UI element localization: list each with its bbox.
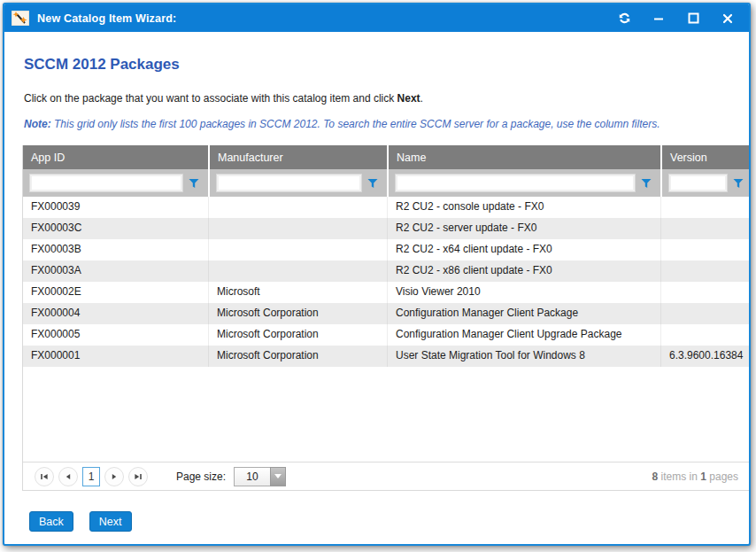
cell-manufacturer: Microsoft	[208, 282, 387, 303]
note-text: Note: This grid only lists the first 100…	[24, 118, 749, 130]
column-header-version[interactable]: Version	[660, 145, 751, 169]
cell-version	[660, 282, 751, 303]
cell-manufacturer	[208, 260, 387, 282]
window-controls	[617, 12, 735, 26]
table-row[interactable]: FX00002E Microsoft Visio Viewer 2010	[23, 282, 751, 303]
filter-funnel-icon-manufacturer[interactable]	[362, 178, 383, 189]
cell-version	[660, 197, 751, 218]
instruction-text: Click on the package that you want to as…	[24, 92, 749, 105]
cell-manufacturer: Microsoft Corporation	[208, 346, 387, 367]
grid-empty-area	[23, 367, 751, 462]
filter-cell-app-id	[23, 169, 208, 197]
grid-header-row: App ID Manufacturer Name Version	[23, 145, 751, 169]
cell-manufacturer: Microsoft Corporation	[208, 303, 387, 324]
cell-app-id: FX000001	[23, 346, 208, 367]
table-row[interactable]: FX00003B R2 CU2 - x64 client update - FX…	[23, 239, 751, 260]
table-row[interactable]: FX000005 Microsoft Corporation Configura…	[23, 324, 751, 346]
close-icon[interactable]	[721, 12, 735, 26]
packages-grid: App ID Manufacturer Name Version	[22, 145, 751, 491]
filter-input-app-id[interactable]	[29, 174, 183, 192]
table-row[interactable]: FX00003C R2 CU2 - server update - FX0	[23, 218, 751, 239]
wizard-body: SCCM 2012 Packages Click on the package …	[4, 32, 749, 544]
note-body: This grid only lists the first 100 packa…	[51, 118, 660, 130]
filter-cell-name	[387, 169, 660, 197]
next-button[interactable]: Next	[89, 511, 132, 532]
pager-first-button[interactable]	[35, 467, 54, 486]
cell-manufacturer	[208, 197, 387, 218]
cell-manufacturer	[208, 218, 387, 239]
table-row[interactable]: FX00003A R2 CU2 - x86 client update - FX…	[23, 260, 751, 282]
filter-funnel-icon-name[interactable]	[636, 178, 657, 189]
minimize-icon[interactable]	[652, 12, 666, 26]
cell-name: Configuration Manager Client Package	[387, 303, 660, 324]
wizard-app-icon	[12, 11, 29, 26]
filter-input-name[interactable]	[395, 174, 636, 192]
cell-app-id: FX00003B	[23, 239, 208, 260]
cell-name: Visio Viewer 2010	[387, 282, 660, 303]
window-title: New Catalog Item Wizard:	[37, 12, 609, 25]
table-row[interactable]: FX000004 Microsoft Corporation Configura…	[23, 303, 751, 324]
instruction-next-word: Next	[397, 92, 420, 105]
column-header-app-id[interactable]: App ID	[23, 145, 208, 169]
page-title: SCCM 2012 Packages	[24, 32, 749, 74]
cell-app-id: FX00003A	[23, 260, 208, 282]
pager-next-button[interactable]	[104, 467, 124, 486]
cell-name: R2 CU2 - console update - FX0	[387, 197, 660, 218]
instruction-suffix: .	[420, 92, 423, 105]
pager-current-page[interactable]: 1	[82, 467, 100, 486]
items-summary-mid: items in	[658, 470, 700, 483]
cell-version	[660, 303, 751, 324]
pager-prev-button[interactable]	[58, 467, 78, 486]
page-size-dropdown[interactable]: 10	[234, 467, 286, 486]
maximize-icon[interactable]	[686, 12, 700, 26]
cell-name: Configuration Manager Client Upgrade Pac…	[387, 324, 660, 346]
items-summary: 8 items in 1 pages	[652, 470, 738, 483]
cell-name: R2 CU2 - x86 client update - FX0	[387, 260, 660, 282]
cell-manufacturer: Microsoft Corporation	[208, 324, 387, 346]
cell-version	[660, 324, 751, 346]
cell-name: R2 CU2 - server update - FX0	[387, 218, 660, 239]
screen: New Catalog Item Wizard:	[0, 0, 756, 552]
cell-app-id: FX000039	[23, 197, 208, 218]
titlebar: New Catalog Item Wizard:	[4, 4, 749, 32]
table-row[interactable]: FX000001 Microsoft Corporation User Stat…	[23, 346, 751, 367]
new-catalog-item-wizard-window: New Catalog Item Wizard:	[3, 3, 751, 546]
note-label: Note:	[24, 118, 51, 130]
cell-name: User State Migration Tool for Windows 8	[387, 346, 660, 367]
cell-version	[660, 260, 751, 282]
cell-version	[660, 218, 751, 239]
wizard-nav-buttons: Back Next	[29, 511, 132, 532]
filter-input-manufacturer[interactable]	[216, 174, 362, 192]
cell-app-id: FX000005	[23, 324, 208, 346]
grid-filter-row	[23, 169, 751, 197]
pager-bar: 1 Page size: 10 8 items in 1 pages	[23, 462, 751, 490]
filter-cell-manufacturer	[208, 169, 387, 197]
cell-app-id: FX000004	[23, 303, 208, 324]
items-summary-suffix: pages	[706, 470, 738, 483]
cell-app-id: FX00003C	[23, 218, 208, 239]
instruction-prefix: Click on the package that you want to as…	[24, 92, 397, 105]
refresh-icon[interactable]	[617, 12, 631, 26]
pager-last-button[interactable]	[128, 467, 148, 486]
cell-name: R2 CU2 - x64 client update - FX0	[387, 239, 660, 260]
filter-input-version[interactable]	[668, 174, 728, 192]
column-header-name[interactable]: Name	[387, 145, 660, 169]
back-button[interactable]: Back	[29, 511, 73, 532]
cell-app-id: FX00002E	[23, 282, 208, 303]
table-row[interactable]: FX000039 R2 CU2 - console update - FX0	[23, 197, 751, 218]
pages-count: 1	[700, 470, 706, 483]
filter-cell-version	[660, 169, 751, 197]
column-header-manufacturer[interactable]: Manufacturer	[208, 145, 387, 169]
filter-funnel-icon-version[interactable]	[728, 178, 749, 189]
chevron-down-icon[interactable]	[270, 467, 286, 486]
filter-funnel-icon-app-id[interactable]	[183, 178, 204, 189]
cell-version: 6.3.9600.16384	[660, 346, 751, 367]
page-size-value: 10	[234, 467, 270, 486]
cell-version	[660, 239, 751, 260]
cell-manufacturer	[208, 239, 387, 260]
page-size-label: Page size:	[176, 470, 226, 483]
